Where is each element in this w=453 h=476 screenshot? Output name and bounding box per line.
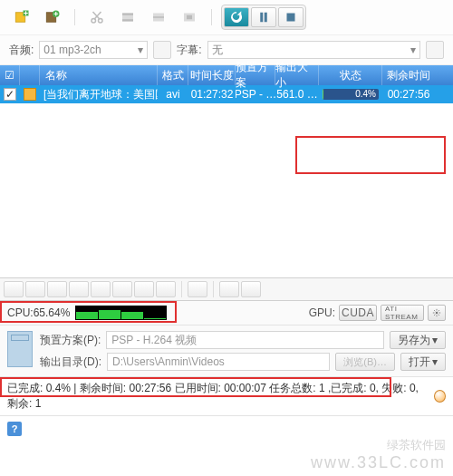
open-button[interactable]: 打开▾	[400, 353, 446, 371]
task-name: [当我们离开地球：美国国家…	[40, 87, 158, 102]
film-plus-button[interactable]	[40, 7, 65, 27]
cpu-label: CPU:65.64%	[7, 306, 70, 319]
mid-btn-10[interactable]	[219, 281, 239, 297]
meta-bar: 音频: 01 mp3-2ch▾ 字幕: 无▾	[0, 35, 453, 65]
refresh-button[interactable]	[224, 7, 249, 27]
film-trim-button[interactable]	[115, 7, 140, 27]
col-format[interactable]: 格式	[158, 65, 188, 85]
stop-button[interactable]	[278, 7, 304, 27]
subtitle-select[interactable]: 无▾	[207, 41, 420, 59]
status-text: 已完成: 0.4% | 剩余时间: 00:27:56 已用时间: 00:00:0…	[7, 381, 430, 412]
outdir-input[interactable]: D:\Users\Anmin\Videos	[107, 353, 330, 371]
main-toolbar	[0, 0, 453, 35]
preset-thumb-icon	[7, 331, 33, 367]
help-icon[interactable]: ?	[7, 422, 22, 436]
status-bar: 已完成: 0.4% | 剩余时间: 00:27:56 已用时间: 00:00:0…	[0, 377, 453, 416]
film-cut-button[interactable]	[146, 7, 171, 27]
task-list-empty	[0, 103, 453, 277]
task-duration: 01:27:32	[188, 88, 236, 101]
svg-rect-8	[122, 19, 133, 21]
task-remain: 00:27:56	[382, 88, 435, 101]
status-icon	[434, 390, 446, 403]
gpu-ati-button[interactable]: ATI STREAM	[381, 305, 424, 321]
mid-btn-4[interactable]	[69, 281, 89, 297]
gpu-cuda-button[interactable]: CUDA	[339, 305, 377, 321]
outdir-label: 输出目录(D):	[40, 355, 101, 370]
svg-rect-14	[287, 14, 295, 22]
mid-btn-2[interactable]	[25, 281, 45, 297]
cpu-bar: CPU:65.64% GPU: CUDA ATI STREAM	[0, 301, 453, 325]
cpu-graph	[75, 306, 167, 320]
col-outsize[interactable]: 输出大小	[275, 65, 319, 85]
preset-select[interactable]: PSP - H.264 视频	[106, 331, 384, 349]
saveas-button[interactable]: 另存为▾	[390, 331, 446, 349]
svg-rect-13	[265, 13, 267, 23]
svg-point-16	[436, 312, 439, 315]
task-progress: 0.4%	[319, 89, 382, 100]
mid-btn-5[interactable]	[91, 281, 111, 297]
watermark: 绿茶软件园 www.33LC.com	[311, 437, 446, 472]
col-state[interactable]: 状态	[319, 65, 382, 85]
mid-btn-8[interactable]	[156, 281, 176, 297]
subtitle-label: 字幕:	[177, 43, 201, 58]
mid-btn-9[interactable]	[188, 281, 207, 297]
gpu-settings-button[interactable]	[428, 305, 446, 321]
col-duration[interactable]: 时间长度	[188, 65, 236, 85]
svg-rect-7	[122, 14, 133, 15]
preset-label: 预置方案(P):	[40, 333, 101, 348]
task-table-header: ☑ 名称 格式 时间长度 预置方案 输出大小 状态 剩余时间	[0, 65, 453, 85]
output-settings: 预置方案(P): PSP - H.264 视频 另存为▾ 输出目录(D): D:…	[0, 325, 453, 377]
task-format: avi	[158, 88, 188, 101]
audio-config-button[interactable]	[153, 41, 171, 59]
film-edit-button[interactable]	[177, 7, 202, 27]
svg-rect-12	[260, 13, 263, 23]
browse-button[interactable]: 浏览(B)…	[335, 353, 395, 371]
preview-toolbar	[0, 277, 453, 301]
task-preset: PSP - …	[236, 88, 275, 101]
col-icon	[20, 65, 40, 85]
col-check[interactable]: ☑	[0, 65, 20, 85]
svg-rect-11	[187, 15, 192, 20]
task-checkbox[interactable]: ✓	[4, 88, 16, 101]
mid-btn-3[interactable]	[47, 281, 67, 297]
subtitle-config-button[interactable]	[426, 41, 444, 59]
col-preset[interactable]: 预置方案	[236, 65, 275, 85]
col-remain[interactable]: 剩余时间	[382, 65, 435, 85]
bottom-area: ?	[0, 416, 453, 442]
pause-button[interactable]	[251, 7, 276, 27]
task-row[interactable]: ✓ [当我们离开地球：美国国家… avi 01:27:32 PSP - … 56…	[0, 85, 453, 103]
scissors-button[interactable]	[84, 7, 110, 27]
col-name[interactable]: 名称	[40, 65, 158, 85]
audio-select[interactable]: 01 mp3-2ch▾	[39, 41, 148, 59]
mid-btn-7[interactable]	[134, 281, 154, 297]
audio-label: 音频:	[9, 43, 34, 58]
mid-btn-1[interactable]	[4, 281, 24, 297]
mid-btn-6[interactable]	[112, 281, 132, 297]
mid-btn-11[interactable]	[241, 281, 261, 297]
add-media-button[interactable]	[9, 7, 34, 27]
task-outsize: 561.0 …	[275, 88, 319, 101]
task-type-icon	[20, 88, 40, 101]
gpu-label: GPU:	[309, 306, 335, 319]
control-group	[221, 5, 306, 30]
